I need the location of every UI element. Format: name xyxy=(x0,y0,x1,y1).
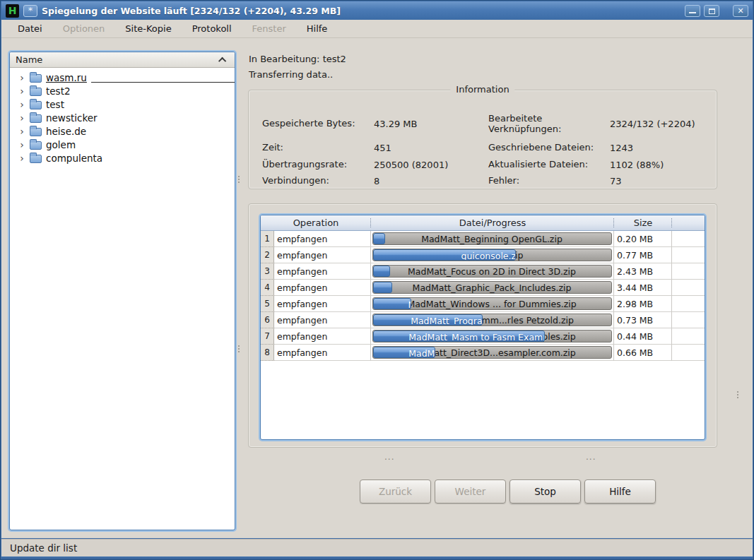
table-row: 5 empfangen MadMatt_Windows ... for Dumm… xyxy=(261,296,705,312)
progress-bar: MadMatt_Windows ... for Dummies.zip MadM… xyxy=(372,297,612,310)
tree-header-label: Name xyxy=(16,54,220,65)
window-title: Spiegelung der Website läuft [2324/132 (… xyxy=(42,6,681,16)
splitter-grip[interactable] xyxy=(237,344,240,354)
window-frame-edge xyxy=(1,556,753,559)
expand-icon[interactable]: › xyxy=(18,73,25,82)
tree-item-newsticker[interactable]: › newsticker xyxy=(10,111,235,124)
menu-fenster: Fenster xyxy=(245,21,293,36)
table-row: 7 empfangen MadMatt_Masm to Fasm Example… xyxy=(261,328,705,345)
info-row: Zeit: 451 Geschriebene Dateien: 1243 xyxy=(262,138,708,157)
progress-bar: MadMatt_Focus on 2D in Direct 3D.zip Mad… xyxy=(372,265,612,278)
information-groupbox: Information Gespeicherte Bytes: 43.29 MB… xyxy=(248,90,717,189)
resize-dots: ... xyxy=(586,452,596,462)
help-button[interactable]: Hilfe xyxy=(584,479,656,504)
window-menu-icon[interactable]: * xyxy=(23,5,37,17)
expand-icon[interactable]: › xyxy=(18,114,25,122)
menu-protokoll[interactable]: Protokoll xyxy=(185,21,239,36)
project-tree-panel: Name › wasm.ru › test2 › tes xyxy=(9,52,235,530)
progress-bar: MadMatt_Beginning OpenGL.zip MadMatt_Beg… xyxy=(372,232,612,245)
current-item-underline xyxy=(91,82,235,83)
information-title: Information xyxy=(450,84,514,95)
files-updated-value: 1102 (88%) xyxy=(610,160,708,170)
status-text: Update dir list xyxy=(10,542,77,554)
progress-bar: MadMatt_Masm to Fasm Examples.zip MadMat… xyxy=(372,330,612,342)
menu-hilfe[interactable]: Hilfe xyxy=(300,21,335,36)
splitter-grip[interactable] xyxy=(237,174,240,184)
info-row: Verbindungen: 8 Fehler: 73 xyxy=(262,172,708,189)
tree-column-header-name[interactable]: Name xyxy=(10,52,235,68)
expand-icon[interactable]: › xyxy=(18,141,25,149)
menu-optionen: Optionen xyxy=(56,21,112,36)
maximize-button[interactable] xyxy=(704,5,719,17)
menubar: Datei Optionen Site-Kopie Protokoll Fens… xyxy=(1,20,753,38)
tree-item-compulenta[interactable]: › compulenta xyxy=(10,151,235,165)
progress-bar: MadMatt_Graphic_Pack_Includes.zip MadMat… xyxy=(372,281,612,294)
folder-icon xyxy=(30,155,42,163)
expand-icon[interactable]: › xyxy=(18,100,25,109)
tree-item-list: › wasm.ru › test2 › test › xyxy=(10,68,235,165)
table-row: 2 empfangen guiconsole.zip guiconsole.zi… xyxy=(261,247,705,263)
expand-icon[interactable]: › xyxy=(18,154,25,162)
folder-icon xyxy=(30,114,42,123)
expand-icon[interactable]: › xyxy=(18,127,25,136)
close-icon: ✕ xyxy=(734,6,748,16)
activity-text: Transferring data.. xyxy=(249,69,333,80)
folder-icon xyxy=(30,128,42,136)
saved-bytes-value: 43.29 MB xyxy=(374,119,488,129)
minimize-icon xyxy=(689,12,696,13)
errors-value: 73 xyxy=(610,176,708,186)
menu-site-kopie[interactable]: Site-Kopie xyxy=(118,21,178,36)
menu-datei[interactable]: Datei xyxy=(11,21,49,36)
close-button[interactable]: ✕ xyxy=(733,5,748,17)
stop-button[interactable]: Stop xyxy=(509,479,581,504)
current-job-text: In Bearbeitung: test2 xyxy=(249,54,346,64)
app-window: H * Spiegelung der Website läuft [2324/1… xyxy=(0,0,754,560)
tree-item-golem[interactable]: › golem xyxy=(10,138,235,151)
titlebar[interactable]: H * Spiegelung der Website läuft [2324/1… xyxy=(1,1,753,20)
tree-item-test2[interactable]: › test2 xyxy=(10,84,235,97)
links-scanned-value: 2324/132 (+2204) xyxy=(610,119,708,129)
tree-item-test[interactable]: › test xyxy=(10,97,235,111)
next-button: Weiter xyxy=(435,479,506,504)
table-row: 4 empfangen MadMatt_Graphic_Pack_Include… xyxy=(261,280,705,296)
column-header-operation[interactable]: Operation xyxy=(261,215,371,230)
table-row: 3 empfangen MadMatt_Focus on 2D in Direc… xyxy=(261,263,705,280)
transfer-table: Operation Datei/Progress Size 1 empfange… xyxy=(260,215,705,440)
column-header-size[interactable]: Size xyxy=(614,215,672,230)
progress-bar: MadMatt_Direct3D...esampler.com.zip MadM… xyxy=(372,346,612,359)
transfers-groupbox: Operation Datei/Progress Size 1 empfange… xyxy=(248,203,717,448)
time-value: 451 xyxy=(374,143,488,153)
app-logo-icon: H xyxy=(6,4,19,18)
table-header-row: Operation Datei/Progress Size xyxy=(261,215,705,231)
transfer-rate-value: 250500 (82001) xyxy=(374,160,488,170)
tree-item-heise-de[interactable]: › heise.de xyxy=(10,124,235,138)
folder-icon xyxy=(30,74,42,83)
tree-item-wasm-ru[interactable]: › wasm.ru xyxy=(10,71,235,84)
info-row: Gespeicherte Bytes: 43.29 MB Bearbeitete… xyxy=(262,109,708,138)
files-written-value: 1243 xyxy=(610,143,708,153)
table-row: 6 empfangen MadMatt_Programm...rles Petz… xyxy=(261,312,705,328)
splitter-grip[interactable] xyxy=(736,390,739,400)
progress-bar: MadMatt_Programm...rles Petzold.zip MadM… xyxy=(372,314,612,326)
back-button: Zurück xyxy=(360,479,431,504)
table-row: 8 empfangen MadMatt_Direct3D...esampler.… xyxy=(261,345,705,361)
main-content: Name › wasm.ru › test2 › tes xyxy=(1,38,753,538)
folder-icon xyxy=(30,88,42,96)
resize-dots: ... xyxy=(384,452,394,462)
minimize-button[interactable] xyxy=(685,5,700,17)
info-row: Übertragungsrate: 250500 (82001) Aktuali… xyxy=(262,157,708,172)
progress-bar: guiconsole.zip guiconsole.zip xyxy=(372,249,612,261)
maximize-icon xyxy=(709,8,715,14)
column-header-filler xyxy=(672,215,705,230)
column-header-file-progress[interactable]: Datei/Progress xyxy=(371,215,614,230)
expand-icon[interactable]: › xyxy=(18,87,25,95)
folder-icon xyxy=(30,141,42,150)
folder-icon xyxy=(30,101,42,109)
connections-value: 8 xyxy=(374,176,488,186)
table-row: 1 empfangen MadMatt_Beginning OpenGL.zip… xyxy=(261,231,705,247)
statusbar: Update dir list xyxy=(1,539,753,556)
